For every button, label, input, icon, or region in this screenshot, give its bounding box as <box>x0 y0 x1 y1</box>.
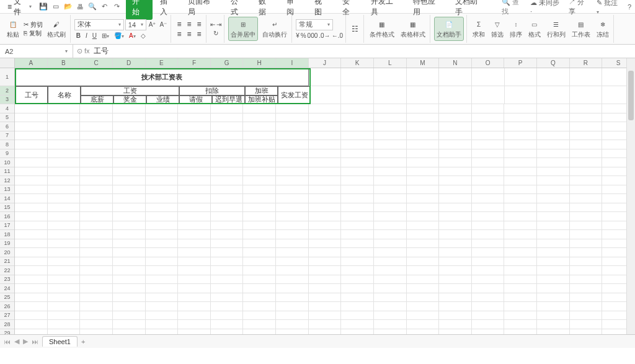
cell[interactable] <box>472 167 505 177</box>
cell[interactable] <box>178 293 211 303</box>
cell[interactable] <box>439 194 472 203</box>
cell[interactable] <box>341 311 374 321</box>
cell[interactable] <box>146 167 179 177</box>
format-painter-button[interactable]: 🖌格式刷 <box>45 17 68 40</box>
bold-icon[interactable]: B <box>74 32 82 39</box>
row-header[interactable]: 28 <box>0 320 14 329</box>
paste-button[interactable]: 📋粘贴 <box>5 17 21 40</box>
cell[interactable] <box>537 176 570 185</box>
cell[interactable] <box>472 329 505 335</box>
cell[interactable] <box>570 248 603 257</box>
cell[interactable] <box>211 221 244 231</box>
cell[interactable] <box>309 203 342 213</box>
cell[interactable] <box>211 158 244 167</box>
cell[interactable] <box>80 329 113 335</box>
cell[interactable] <box>276 113 309 123</box>
cell[interactable] <box>178 248 211 257</box>
cell[interactable] <box>407 149 440 159</box>
cell[interactable] <box>570 257 603 267</box>
cell[interactable] <box>504 266 537 275</box>
percent-icon[interactable]: % <box>301 32 306 39</box>
cell[interactable] <box>178 221 211 231</box>
cell[interactable] <box>309 239 342 249</box>
cell[interactable] <box>146 257 179 267</box>
cell[interactable] <box>309 167 342 177</box>
cell[interactable] <box>374 185 407 195</box>
cell[interactable] <box>48 122 81 131</box>
cell[interactable] <box>439 248 472 257</box>
cell[interactable] <box>504 140 537 149</box>
col-header[interactable]: Q <box>537 58 570 68</box>
cell[interactable] <box>309 104 342 113</box>
cell[interactable] <box>276 230 309 239</box>
cell[interactable] <box>472 185 505 195</box>
cell[interactable] <box>439 131 472 141</box>
fx-icon[interactable]: ⊙ fx <box>77 47 90 55</box>
header-cell[interactable]: 迟到早退 <box>212 95 245 105</box>
cell[interactable] <box>276 311 309 321</box>
cell[interactable] <box>570 185 603 195</box>
cell[interactable] <box>15 284 48 293</box>
cell[interactable] <box>439 320 472 329</box>
cell[interactable] <box>48 212 81 221</box>
cell[interactable] <box>276 302 309 311</box>
cell[interactable] <box>504 230 537 239</box>
cell[interactable] <box>48 104 81 113</box>
cell[interactable] <box>80 140 113 149</box>
cell[interactable] <box>178 194 211 203</box>
new-icon[interactable]: ▭ <box>51 2 60 11</box>
cell[interactable] <box>407 293 440 303</box>
cell[interactable] <box>80 113 113 123</box>
fill-color-icon[interactable]: 🪣▾ <box>112 32 126 39</box>
cell[interactable] <box>276 257 309 267</box>
conditional-format-button[interactable]: ▦条件格式 <box>368 17 396 40</box>
cell[interactable] <box>80 239 113 249</box>
cell[interactable] <box>570 329 603 335</box>
cell[interactable] <box>146 266 179 275</box>
cell[interactable] <box>15 158 48 167</box>
cell[interactable] <box>15 311 48 321</box>
cell[interactable] <box>504 203 537 213</box>
cell[interactable] <box>80 212 113 221</box>
cell[interactable] <box>48 221 81 231</box>
cell[interactable] <box>48 266 81 275</box>
freeze-button[interactable]: ❄冻结 <box>595 17 611 40</box>
cell[interactable] <box>113 158 146 167</box>
header-cell[interactable]: 工号 <box>15 86 48 104</box>
cell[interactable] <box>439 212 472 221</box>
cell[interactable] <box>211 275 244 285</box>
cell[interactable] <box>537 104 570 113</box>
cell[interactable] <box>472 221 505 231</box>
cell[interactable] <box>178 212 211 221</box>
cell[interactable] <box>146 104 179 113</box>
cell[interactable] <box>15 131 48 141</box>
font-size-select[interactable]: 14▾ <box>125 19 146 30</box>
cell[interactable] <box>407 185 440 195</box>
cell[interactable] <box>472 131 505 141</box>
row-header[interactable]: 15 <box>0 203 14 213</box>
title-cell[interactable]: 技术部工资表 <box>15 68 309 86</box>
align-top-right-icon[interactable]: ≡ <box>195 20 203 29</box>
cell[interactable] <box>439 140 472 149</box>
cell[interactable] <box>146 185 179 195</box>
cell[interactable] <box>243 275 276 285</box>
cell[interactable] <box>113 203 146 213</box>
cell[interactable] <box>504 212 537 221</box>
cell[interactable] <box>113 167 146 177</box>
cell[interactable] <box>374 266 407 275</box>
underline-icon[interactable]: U <box>91 32 99 39</box>
cell[interactable] <box>113 230 146 239</box>
cells-area[interactable]: 技术部工资表工号名称工资扣除加班实发工资底薪奖金业绩请假迟到早退加班补贴 <box>15 68 635 334</box>
row-header[interactable]: 16 <box>0 212 14 221</box>
cell[interactable] <box>537 248 570 257</box>
row-header[interactable]: 29 <box>0 329 14 335</box>
cell[interactable] <box>146 284 179 293</box>
increase-indent-icon[interactable]: ⇥ <box>216 21 221 28</box>
cell[interactable] <box>178 311 211 321</box>
cell[interactable] <box>439 104 472 113</box>
cell[interactable] <box>15 167 48 177</box>
cell[interactable] <box>48 320 81 329</box>
cell[interactable] <box>211 239 244 249</box>
cell[interactable] <box>15 221 48 231</box>
row-header[interactable]: 1 <box>0 68 14 86</box>
